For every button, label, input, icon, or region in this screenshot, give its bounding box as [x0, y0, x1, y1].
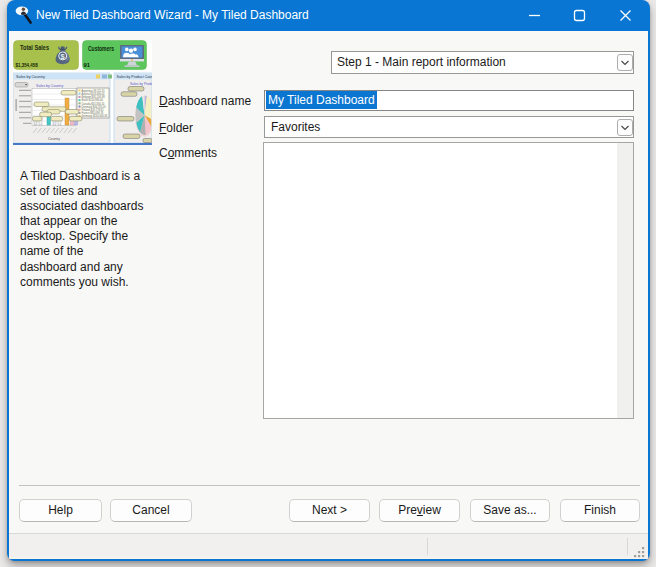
svg-text:Sales by Product: Sales by Product: [130, 82, 152, 86]
svg-text:91: 91: [84, 62, 91, 68]
svg-text:Country: Country: [48, 137, 60, 141]
svg-text:Sales by Country: Sales by Country: [16, 75, 45, 79]
svg-text:Total Sales: Total Sales: [20, 44, 49, 51]
svg-text:Sales by Product Category: Sales by Product Category: [117, 75, 153, 79]
svg-text:Customers: Customers: [88, 45, 114, 52]
svg-text:Germany $244,640.63: Germany $244,640.63: [82, 114, 108, 118]
svg-text:$1,354,458: $1,354,458: [16, 62, 39, 68]
svg-text:Sales by Country: Sales by Country: [36, 84, 64, 88]
